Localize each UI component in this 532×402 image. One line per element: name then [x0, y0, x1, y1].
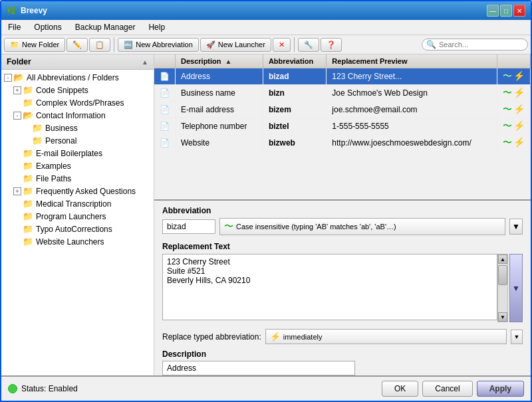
extra-options-button[interactable]: ▼	[509, 254, 523, 322]
folder-add-icon: 📁	[10, 41, 19, 49]
app-icon: 🌿	[7, 6, 17, 15]
row-type-icon: 📄	[160, 138, 170, 148]
table-row[interactable]: 📄 E-mail address bizem joe.schmoe@email.…	[154, 102, 531, 118]
bottom-bar: Status: Enabled OK Cancel Apply	[1, 375, 531, 401]
search-input[interactable]	[439, 41, 519, 49]
tree-item-program[interactable]: 📁 Program Launchers	[11, 210, 154, 223]
row-status-cell: 〜 ⚡	[497, 68, 531, 85]
table-row[interactable]: 📄 Telephone number biztel 1-555-555-5555…	[154, 118, 531, 135]
row-status-cell: 〜 ⚡	[497, 118, 531, 135]
col-description-header[interactable]: Description ▲	[176, 54, 263, 68]
tree-item-all[interactable]: - 📂 All Abbreviations / Folders	[1, 71, 154, 84]
new-abbreviation-button[interactable]: 🔤 New Abbreviation	[118, 38, 199, 52]
tree-item-typo[interactable]: 📁 Typo AutoCorrections	[11, 223, 154, 235]
tree-item-business[interactable]: 📁 Business	[20, 122, 154, 134]
col-preview-header[interactable]: Replacement Preview	[327, 54, 497, 68]
scroll-up-icon[interactable]: ▲	[498, 254, 507, 264]
abbreviation-icon: 🔤	[124, 41, 133, 49]
folder-all-icon: 📂	[13, 72, 24, 82]
replace-typed-label: Replace typed abbreviation:	[162, 332, 261, 342]
tree-item-medical[interactable]: 📁 Medical Transcription	[11, 197, 154, 210]
abbreviation-section-title: Abbreviation	[162, 206, 523, 215]
folder-contact-icon: 📂	[23, 110, 33, 120]
left-panel: Folder ▲ - 📂 All Abbreviations / Folders…	[1, 54, 154, 375]
expand-code-icon[interactable]: +	[13, 86, 21, 94]
replace-typed-dropdown[interactable]: ⚡ immediately	[265, 329, 507, 344]
abbreviation-input[interactable]	[162, 219, 215, 234]
row-status-cell: 〜 ⚡	[497, 85, 531, 102]
tree-item-code[interactable]: + 📁 Code Snippets	[11, 84, 154, 96]
copy-icon: 📋	[95, 41, 104, 49]
tree-item-faq[interactable]: + 📁 Frequently Asked Questions	[11, 185, 154, 197]
menu-file[interactable]: File	[4, 21, 25, 33]
tree-item-examples[interactable]: 📁 Examples	[11, 159, 154, 172]
row-abbreviation-cell: bizn	[263, 85, 326, 102]
expand-placeholder-filepaths	[13, 175, 21, 183]
toolbar-separator	[114, 37, 114, 52]
case-sensitivity-dropdown[interactable]: 〜 Case insensitive (typing 'AB' matches …	[219, 218, 505, 235]
apply-button[interactable]: Apply	[477, 381, 524, 397]
close-button[interactable]: ✕	[513, 5, 525, 17]
row-abbreviation-cell: bizweb	[263, 135, 326, 151]
row-description-cell: Address	[176, 68, 263, 85]
col-abbreviation-header[interactable]: Abbreviation	[263, 54, 326, 68]
expand-placeholder-examples	[13, 162, 21, 170]
menu-help[interactable]: Help	[144, 21, 169, 33]
lightning-status-icon: ⚡	[513, 87, 525, 99]
menu-options[interactable]: Options	[30, 21, 65, 33]
replacement-section-title: Replacement Text	[162, 242, 523, 251]
row-preview-cell: http://www.joeschmoeswebdesign.com/	[327, 135, 497, 151]
folder-medical-icon: 📁	[23, 199, 33, 209]
table-row[interactable]: 📄 Business name bizn Joe Schmoe's Web De…	[154, 85, 531, 102]
folder-website-icon: 📁	[23, 237, 33, 247]
main-content: Folder ▲ - 📂 All Abbreviations / Folders…	[1, 54, 531, 375]
case-sensitivity-icon: 〜	[224, 221, 233, 233]
case-dropdown-arrow[interactable]: ▼	[509, 219, 523, 235]
row-icon-cell: 📄	[154, 85, 176, 102]
help-icon-button[interactable]: ❓	[321, 38, 342, 52]
edit-icon: ✏️	[72, 41, 82, 49]
tree-item-complex[interactable]: 📁 Complex Words/Phrases	[11, 96, 154, 109]
expand-placeholder-medical	[13, 200, 21, 208]
ok-button[interactable]: OK	[382, 381, 418, 397]
cancel-button[interactable]: Cancel	[422, 381, 472, 397]
folder-personal-icon: 📁	[32, 136, 43, 146]
tools-icon-button[interactable]: 🔧	[298, 38, 319, 52]
toolbar-icon1-button[interactable]: ✏️	[66, 38, 88, 52]
new-launcher-button[interactable]: 🚀 New Launcher	[200, 38, 271, 52]
tree-item-contact[interactable]: - 📂 Contact Information	[11, 109, 154, 122]
tree-item-website[interactable]: 📁 Website Launchers	[11, 235, 154, 248]
col-status-header	[497, 54, 531, 68]
wave-status-icon: 〜	[503, 120, 512, 132]
new-folder-button[interactable]: 📁 New Folder	[4, 38, 65, 52]
replacement-scrollbar[interactable]: ▲ ▼	[497, 254, 508, 322]
replacement-textarea[interactable]	[162, 254, 497, 320]
expand-placeholder-website	[13, 238, 21, 246]
row-icon-cell: 📄	[154, 135, 176, 151]
tree-item-personal[interactable]: 📁 Personal	[20, 134, 154, 147]
maximize-button[interactable]: □	[500, 5, 512, 17]
delete-button[interactable]: ✕	[273, 38, 291, 52]
details-section: Abbreviation 〜 Case insensitive (typing …	[154, 201, 531, 375]
table-row[interactable]: 📄 Website bizweb http://www.joeschmoeswe…	[154, 135, 531, 151]
sort-arrow-icon: ▲	[142, 58, 148, 66]
main-window: 🌿 Breevy — □ ✕ File Options Backup Manag…	[0, 0, 532, 402]
replace-typed-dropdown-arrow[interactable]: ▼	[511, 330, 523, 344]
scroll-down-icon[interactable]: ▼	[498, 312, 507, 322]
expand-all-icon[interactable]: -	[4, 74, 12, 82]
row-description-cell: Website	[176, 135, 263, 151]
toolbar-icon2-button[interactable]: 📋	[89, 38, 110, 52]
launcher-icon: 🚀	[206, 41, 215, 49]
description-input[interactable]	[162, 361, 355, 375]
folder-business-icon: 📁	[32, 123, 43, 133]
expand-faq-icon[interactable]: +	[13, 187, 21, 195]
table-row[interactable]: 📄 Address bizad 123 Cherry Street... 〜 ⚡	[154, 68, 531, 85]
tree-item-filepaths[interactable]: 📁 File Paths	[11, 172, 154, 185]
minimize-button[interactable]: —	[487, 5, 499, 17]
folder-panel-header: Folder ▲	[1, 54, 154, 70]
expand-contact-icon[interactable]: -	[13, 112, 21, 120]
folder-email-icon: 📁	[23, 148, 33, 158]
menu-backup[interactable]: Backup Manager	[71, 21, 140, 33]
scroll-thumb[interactable]	[498, 265, 507, 285]
tree-item-email[interactable]: 📁 E-mail Boilerplates	[11, 147, 154, 159]
